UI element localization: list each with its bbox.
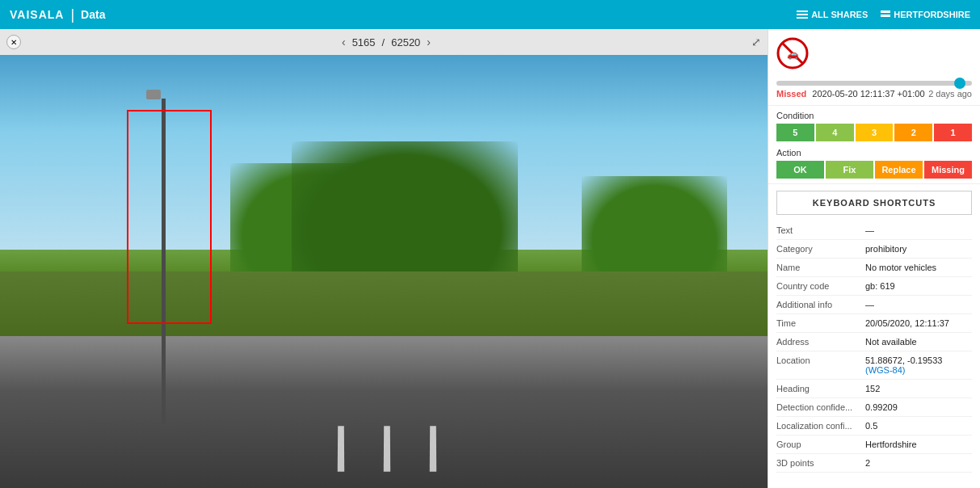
info-key: Name <box>776 263 865 272</box>
info-key: Country code <box>776 281 865 291</box>
detection-bounding-box <box>127 110 212 324</box>
action-ok-button[interactable]: OK <box>776 161 824 179</box>
nav-prev-button[interactable]: ‹ <box>342 36 346 48</box>
info-row: AddressNot available <box>776 333 972 351</box>
nav-counter: ‹ 5165 / 62520 › <box>342 36 431 48</box>
info-key: Time <box>776 318 865 328</box>
info-value: No motor vehicles <box>865 263 972 272</box>
back-button[interactable]: ✕ <box>6 35 21 49</box>
info-value: 0.5 <box>865 421 972 431</box>
app-header: VAISALA | Data ALL SHARES HERTFORDSHIRE <box>0 0 980 29</box>
camera <box>146 90 161 99</box>
info-row: Additional info— <box>776 296 972 314</box>
header-divider: | <box>70 6 74 23</box>
info-row: GroupHertfordshire <box>776 435 972 454</box>
action-fix-button[interactable]: Fix <box>826 161 873 179</box>
condition-2-button[interactable]: 2 <box>894 124 932 141</box>
info-key: Address <box>776 337 865 347</box>
missed-info: Missed 2020-05-20 12:11:37 +01:00 2 days… <box>776 89 972 99</box>
info-table: Text—CategoryprohibitoryNameNo motor veh… <box>768 221 980 473</box>
info-key: 3D points <box>776 458 865 468</box>
location-link[interactable]: (WGS-84) <box>865 365 906 375</box>
svg-text:🚗: 🚗 <box>787 48 799 60</box>
info-row: Location51.88672, -0.19533 (WGS-84) <box>776 351 972 380</box>
info-key: Location <box>776 355 865 365</box>
info-key: Heading <box>776 384 865 393</box>
info-value: gb: 619 <box>865 281 972 291</box>
condition-3-button[interactable]: 3 <box>856 124 894 141</box>
slider-area: Missed 2020-05-20 12:11:37 +01:00 2 days… <box>768 78 980 106</box>
info-value: 2 <box>865 458 972 468</box>
svg-rect-1 <box>797 14 808 15</box>
info-row: Localization confi...0.5 <box>776 417 972 435</box>
svg-rect-0 <box>797 11 808 12</box>
info-key: Detection confide... <box>776 402 865 412</box>
sign-icon-area: 🚗 <box>768 29 980 78</box>
action-missing-button[interactable]: Missing <box>924 161 972 179</box>
info-value: — <box>865 300 972 309</box>
missed-date: 2020-05-20 12:11:37 +01:00 <box>812 89 924 99</box>
nav-current: 5165 <box>352 36 376 48</box>
vaisala-logo: VAISALA <box>10 8 64 21</box>
missed-label: Missed <box>776 89 806 99</box>
slider-thumb[interactable] <box>954 78 965 89</box>
info-row: Categoryprohibitory <box>776 240 972 259</box>
svg-rect-2 <box>797 17 808 19</box>
info-key: Category <box>776 244 865 254</box>
info-key: Text <box>776 225 865 235</box>
days-ago: 2 days ago <box>928 89 972 99</box>
main-content: ✕ ‹ 5165 / 62520 › ⤢ <box>0 29 980 488</box>
hertfordshire-icon <box>881 11 890 19</box>
nav-total: 62520 <box>391 36 420 48</box>
info-value: Hertfordshire <box>865 440 972 449</box>
info-value: 51.88672, -0.19533 (WGS-84) <box>865 355 972 375</box>
header-right: ALL SHARES HERTFORDSHIRE <box>797 10 970 19</box>
info-key: Group <box>776 440 865 449</box>
action-section: Action OK Fix Replace Missing <box>768 145 980 184</box>
keyboard-shortcuts-button[interactable]: KEYBOARD SHORTCUTS <box>776 191 972 215</box>
info-row: Heading152 <box>776 380 972 398</box>
expand-button[interactable]: ⤢ <box>751 36 761 48</box>
hertfordshire-button[interactable]: HERTFORDSHIRE <box>881 10 970 19</box>
nav-next-button[interactable]: › <box>427 36 431 48</box>
info-row: 3D points2 <box>776 454 972 473</box>
info-row: Time20/05/2020, 12:11:37 <box>776 314 972 333</box>
svg-rect-4 <box>881 15 890 17</box>
action-label: Action <box>776 148 972 158</box>
info-value: Not available <box>865 337 972 347</box>
info-key: Localization confi... <box>776 421 865 431</box>
info-key: Additional info <box>776 300 865 309</box>
condition-1-button[interactable]: 1 <box>934 124 972 141</box>
street-image <box>0 55 768 488</box>
condition-section: Condition 5 4 3 2 1 <box>768 106 980 145</box>
app-name: Data <box>81 8 105 21</box>
condition-5-button[interactable]: 5 <box>776 124 814 141</box>
info-row: Text— <box>776 221 972 240</box>
info-value: 152 <box>865 384 972 393</box>
shares-icon <box>797 11 808 19</box>
image-nav-bar: ✕ ‹ 5165 / 62520 › ⤢ <box>0 29 768 55</box>
slider-track[interactable] <box>776 81 972 86</box>
info-row: NameNo motor vehicles <box>776 259 972 277</box>
header-left: VAISALA | Data <box>10 6 105 23</box>
info-row: Country codegb: 619 <box>776 277 972 296</box>
road-area <box>269 271 499 488</box>
info-value: 0.99209 <box>865 402 972 412</box>
nav-separator: / <box>382 36 385 48</box>
no-motor-vehicles-sign-icon: 🚗 <box>776 37 809 69</box>
info-value: 20/05/2020, 12:11:37 <box>865 318 972 328</box>
all-shares-button[interactable]: ALL SHARES <box>797 10 868 19</box>
action-replace-button[interactable]: Replace <box>875 161 923 179</box>
right-panel: 🚗 Missed 2020-05-20 12:11:37 +01:00 2 da… <box>768 29 980 488</box>
info-row: Detection confide...0.99209 <box>776 398 972 417</box>
action-buttons: OK Fix Replace Missing <box>776 161 972 179</box>
svg-rect-3 <box>881 11 890 13</box>
condition-4-button[interactable]: 4 <box>816 124 854 141</box>
info-value: prohibitory <box>865 244 972 254</box>
image-panel: ✕ ‹ 5165 / 62520 › ⤢ <box>0 29 768 488</box>
condition-buttons: 5 4 3 2 1 <box>776 124 972 141</box>
condition-label: Condition <box>776 111 972 120</box>
info-value: — <box>865 225 972 235</box>
